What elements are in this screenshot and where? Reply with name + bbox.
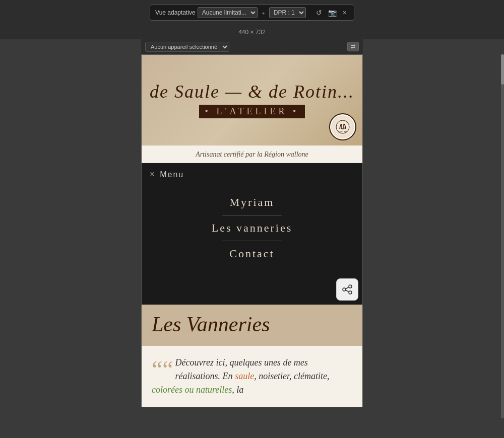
device-bar: Aucun appareil sélectionné ⇄: [141, 39, 363, 54]
menu-item-contact[interactable]: Contact: [142, 241, 362, 266]
screenshot-button[interactable]: 📷: [326, 8, 339, 18]
highlight-saule: saule: [235, 371, 254, 381]
vue-adaptative-label: Vue adaptative: [155, 9, 196, 16]
quote-mark: ““: [152, 360, 173, 379]
menu-items: Myriam Les vanneries Contact: [142, 186, 362, 274]
dpr-select[interactable]: DPR : 1: [269, 7, 306, 18]
svg-point-2: [349, 285, 352, 288]
section-title: Les Vanneries: [152, 313, 352, 336]
svg-line-5: [346, 287, 349, 289]
artisan-badge: CERTIFIÉ: [329, 113, 356, 140]
subtitle-text: Artisanat certifié par la Région wallone: [196, 151, 308, 158]
subtitle-bar: Artisanat certifié par la Région wallone: [142, 145, 362, 163]
device-rotate-button[interactable]: ⇄: [347, 42, 359, 51]
menu-header: × Menu: [142, 163, 362, 186]
svg-text:CERTIFIÉ: CERTIFIÉ: [338, 130, 347, 133]
share-icon: [342, 284, 353, 295]
quote-section: ““ Découvrez ici, quelques unes de mes r…: [142, 346, 362, 407]
site-header: de Saule — & de Rotin... • L'ATELIER • C…: [142, 55, 362, 145]
toolbar-sep1: ⬥: [262, 9, 265, 17]
content-section: Les Vanneries: [142, 305, 362, 346]
svg-line-6: [346, 290, 349, 292]
phone-frame: de Saule — & de Rotin... • L'ATELIER • C…: [141, 54, 363, 407]
scroll-indicator[interactable]: [501, 54, 504, 418]
browser-toolbar: Vue adaptative Aucune limitati... ⬥ DPR …: [0, 0, 504, 25]
menu-close-icon[interactable]: ×: [150, 169, 155, 180]
share-button[interactable]: [336, 278, 358, 301]
highlight-naturelles: colorées ou naturelles: [152, 385, 232, 395]
device-select-wrapper: Aucun appareil sélectionné: [145, 42, 229, 52]
limitation-select[interactable]: Aucune limitati...: [198, 7, 258, 18]
svg-point-4: [349, 291, 352, 294]
logo-main-text: de Saule — & de Rotin...: [150, 83, 354, 101]
share-btn-container: [142, 274, 362, 305]
toolbar-center: Vue adaptative Aucune limitati... ⬥ DPR …: [150, 5, 354, 21]
quote-text: Découvrez ici, quelques unes de mes réal…: [152, 357, 330, 395]
artisan-icon: CERTIFIÉ: [336, 120, 350, 134]
logo-container: de Saule — & de Rotin... • L'ATELIER •: [150, 83, 354, 118]
menu-overlay: × Menu Myriam Les vanneries Contact: [142, 163, 362, 305]
logo-subtitle: • L'ATELIER •: [199, 105, 305, 118]
menu-item-vanneries[interactable]: Les vanneries: [142, 215, 362, 241]
close-button[interactable]: ×: [341, 8, 349, 18]
device-selector[interactable]: Aucun appareil sélectionné: [145, 42, 229, 52]
svg-point-3: [343, 288, 346, 291]
scroll-thumb: [501, 54, 504, 85]
menu-item-myriam[interactable]: Myriam: [142, 190, 362, 215]
dimensions-text: 440 × 732: [238, 29, 266, 36]
dimensions-bar: 440 × 732: [0, 25, 504, 39]
artisan-badge-inner: CERTIFIÉ: [331, 115, 354, 138]
logo-subtitle-wrapper: • L'ATELIER •: [150, 103, 354, 118]
rotate-button[interactable]: ↺: [314, 8, 324, 18]
menu-label: Menu: [160, 170, 184, 179]
